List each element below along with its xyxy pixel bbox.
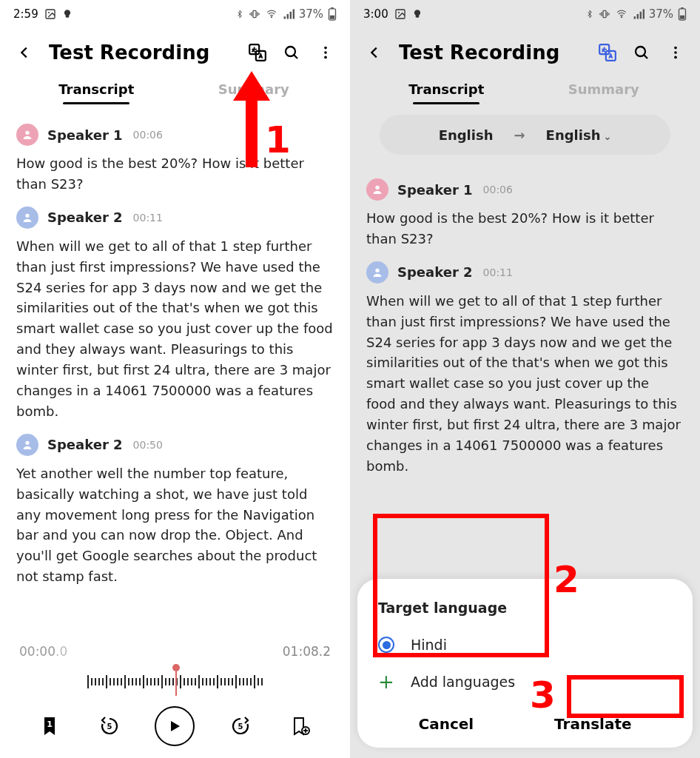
- message-text[interactable]: How good is the best 20%? How is it bett…: [16, 153, 334, 195]
- svg-point-14: [25, 213, 29, 217]
- tab-summary[interactable]: Summary: [175, 76, 333, 104]
- chevron-left-icon: [366, 44, 383, 61]
- avatar: [16, 434, 38, 456]
- more-vertical-icon: [317, 44, 334, 61]
- tab-label: Transcript: [58, 81, 134, 97]
- translate-button[interactable]: Translate: [554, 715, 631, 733]
- option-label: Hindi: [411, 637, 447, 653]
- back-button[interactable]: [362, 40, 387, 65]
- avatar: [366, 261, 388, 284]
- more-button[interactable]: [313, 40, 338, 65]
- svg-point-13: [25, 131, 29, 135]
- battery-icon: [678, 7, 687, 21]
- person-icon: [371, 266, 383, 278]
- speaker-name: Speaker 2: [397, 264, 473, 280]
- timestamp: 00:50: [133, 439, 163, 451]
- tab-label: Transcript: [408, 81, 484, 97]
- wifi-icon: [265, 9, 278, 19]
- status-bar: 2:59 37%: [0, 0, 350, 28]
- battery-icon: [328, 7, 337, 21]
- speaker-header: Speaker 2 00:11: [366, 261, 681, 284]
- tab-summary[interactable]: Summary: [525, 76, 683, 104]
- page-title: Test Recording: [49, 41, 209, 64]
- svg-text:5: 5: [238, 722, 243, 731]
- signal-icon: [633, 9, 645, 19]
- message-text[interactable]: When will we get to all of that 1 step f…: [16, 236, 334, 422]
- add-languages-button[interactable]: + Add languages: [378, 674, 672, 690]
- back-button[interactable]: [12, 40, 37, 65]
- person-icon: [21, 212, 33, 224]
- svg-point-1: [48, 12, 50, 13]
- transcript: Speaker 1 00:06 How good is the best 20%…: [0, 104, 350, 587]
- speaker-header: Speaker 2 00:50: [16, 434, 334, 456]
- translate-button[interactable]: [245, 40, 270, 65]
- svg-rect-6: [330, 16, 334, 19]
- tab-label: Summary: [218, 81, 289, 97]
- chevron-down-icon: ⌄: [603, 131, 611, 142]
- gallery-icon: [44, 8, 56, 20]
- header: Test Recording: [350, 28, 700, 73]
- tab-transcript[interactable]: Transcript: [368, 76, 525, 104]
- speaker-name: Speaker 1: [397, 182, 473, 198]
- waveform[interactable]: [15, 666, 335, 697]
- svg-rect-22: [603, 10, 606, 17]
- chevron-left-icon: [16, 44, 33, 61]
- svg-point-12: [324, 56, 327, 59]
- player: 00:00.0 01:08.2 1 5 5: [0, 634, 350, 758]
- svg-point-33: [375, 186, 379, 190]
- language-option-hindi[interactable]: Hindi: [378, 637, 672, 653]
- speaker-header: Speaker 1 00:06: [16, 124, 334, 146]
- bookmark-button[interactable]: 1: [35, 711, 64, 741]
- bluetooth-icon: [235, 8, 244, 20]
- svg-point-3: [271, 17, 272, 18]
- playhead[interactable]: [175, 668, 177, 696]
- svg-rect-2: [253, 10, 256, 17]
- add-bookmark-button[interactable]: [286, 711, 315, 741]
- tab-transcript[interactable]: Transcript: [18, 76, 175, 104]
- forward-5-button[interactable]: 5: [226, 711, 255, 741]
- signal-icon: [283, 9, 295, 19]
- svg-point-31: [674, 51, 677, 54]
- search-icon: [633, 44, 650, 61]
- person-icon: [21, 439, 33, 451]
- target-language[interactable]: English⌄: [546, 127, 612, 143]
- timestamp: 00:11: [133, 212, 163, 224]
- arrow-right-icon: →: [514, 127, 525, 143]
- vibrate-icon: [249, 8, 260, 20]
- bookmark-add-icon: [291, 716, 310, 737]
- message-text[interactable]: How good is the best 20%? How is it bett…: [366, 208, 681, 249]
- language-selector[interactable]: English → English⌄: [380, 115, 670, 155]
- sheet-title: Target language: [378, 600, 672, 616]
- current-time: 00:00.0: [19, 644, 67, 659]
- rewind-5-button[interactable]: 5: [95, 711, 124, 741]
- message-text[interactable]: Yet another well the number top feature,…: [16, 463, 334, 587]
- transcript: Speaker 1 00:06 How good is the best 20%…: [350, 159, 700, 477]
- svg-point-11: [324, 51, 327, 54]
- status-bar: 3:00 37%: [350, 0, 700, 28]
- gallery-icon: [394, 8, 406, 20]
- speaker-header: Speaker 2 00:11: [16, 207, 334, 229]
- source-language[interactable]: English: [439, 127, 494, 143]
- tabs: Transcript Summary: [350, 73, 700, 104]
- speaker-name: Speaker 2: [47, 209, 123, 225]
- header: Test Recording: [0, 28, 350, 73]
- search-button[interactable]: [279, 40, 304, 65]
- bluetooth-icon: [585, 8, 594, 20]
- cancel-button[interactable]: Cancel: [418, 715, 474, 733]
- svg-point-34: [375, 268, 379, 272]
- message-text[interactable]: When will we get to all of that 1 step f…: [366, 291, 681, 477]
- radio-selected-icon: [378, 637, 394, 653]
- avatar: [16, 124, 38, 146]
- person-icon: [371, 184, 383, 195]
- more-button[interactable]: [663, 40, 688, 65]
- target-language-sheet: Target language Hindi + Add languages Ca…: [357, 579, 693, 748]
- play-button[interactable]: [155, 706, 195, 746]
- translate-button[interactable]: [595, 40, 620, 65]
- svg-point-21: [398, 12, 400, 13]
- svg-rect-26: [680, 16, 684, 19]
- bulb-icon: [412, 9, 423, 19]
- speaker-name: Speaker 2: [47, 437, 123, 452]
- search-button[interactable]: [629, 40, 654, 65]
- person-icon: [21, 129, 33, 141]
- svg-rect-5: [331, 7, 334, 9]
